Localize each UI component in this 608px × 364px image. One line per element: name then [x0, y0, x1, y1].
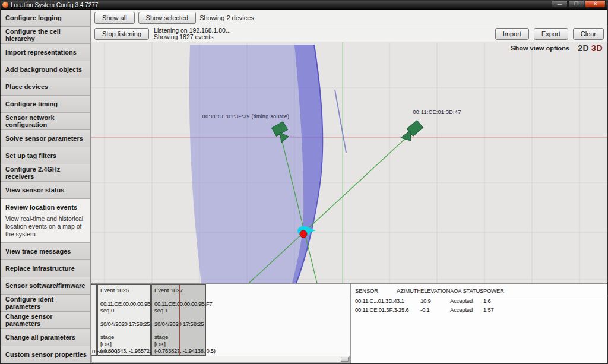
window-controls: — ❐ ✕	[552, 1, 607, 9]
cell-sensor: 00:11:C...01:3D:47	[355, 297, 397, 304]
stop-listening-button[interactable]: Stop listening	[94, 28, 149, 40]
event-tag-mac: 00:11:CE:00:00:00:9B:F7	[100, 300, 148, 308]
sidebar-item-label: Configure ident parameters	[5, 296, 87, 310]
sidebar-item-review-location-events[interactable]: Review location events View real-time an…	[1, 199, 90, 243]
event-scrollbar-thumb[interactable]	[341, 357, 349, 362]
timeline-cursor	[179, 285, 180, 355]
sidebar-item-label: Review location events	[1, 199, 90, 215]
sidebar-item-replace-infrastructure[interactable]: Replace infrastructure	[1, 260, 90, 277]
event-status: [OK]	[100, 341, 148, 348]
view-2d-toggle[interactable]: 2D	[578, 43, 589, 53]
show-selected-button[interactable]: Show selected	[138, 12, 197, 24]
column-header-azimuth[interactable]: AZIMUTH	[397, 287, 420, 294]
sidebar-item-change-sensor-parameters[interactable]: Change sensor parameters	[1, 312, 90, 329]
sidebar-item-label: Set up tag filters	[5, 152, 56, 159]
event-panel-partial[interactable]	[91, 284, 97, 356]
sidebar-item-change-all-parameters[interactable]: Change all parameters	[1, 329, 90, 346]
sidebar-item-add-background-objects[interactable]: Add background objects	[1, 61, 90, 78]
import-button[interactable]: Import	[495, 28, 529, 40]
event-stage: stage	[100, 334, 148, 341]
event-seq: seq 0	[100, 307, 148, 314]
sidebar-item-label: Solve sensor parameters	[5, 135, 83, 142]
cell-aoa-status: Accepted	[450, 306, 483, 313]
table-header-row[interactable]: SENSOR AZIMUTH ELEVATION AOA STATUS POWE…	[351, 286, 607, 296]
cell-sensor: 00:11:CE:01:3F:39	[355, 306, 397, 313]
sidebar-item-configure-24ghz-receivers[interactable]: Configure 2.4GHz receivers	[1, 164, 90, 182]
cell-aoa-status: Accepted	[450, 297, 483, 304]
view-3d-toggle[interactable]: 3D	[591, 43, 603, 53]
column-header-sensor[interactable]: SENSOR	[355, 287, 397, 294]
sidebar-item-custom-sensor-properties[interactable]: Custom sensor properties	[1, 346, 90, 363]
event-panel-1827[interactable]: Event 1827 00:11:CE:00:00:00:9B:F7 seq 1…	[151, 284, 206, 356]
sidebar-item-label: Replace infrastructure	[5, 265, 75, 272]
close-button[interactable]: ✕	[585, 1, 606, 8]
tag-position-marker[interactable]	[297, 226, 316, 238]
map-canvas: 00:11:CE:01:3F:39 (timing source) 00:11:…	[91, 42, 607, 283]
sidebar-item-label: Configure the cell hierarchy	[5, 28, 87, 42]
event-panel-1826[interactable]: Event 1826 00:11:CE:00:00:00:9B:F7 seq 0…	[97, 284, 151, 356]
sidebar-item-label: Sensor software/firmware	[5, 282, 86, 289]
showing-devices-text: Showing 2 devices	[200, 14, 254, 21]
sidebar-item-import-representations[interactable]: Import representations	[1, 44, 90, 61]
sidebar-item-configure-ident-parameters[interactable]: Configure ident parameters	[1, 295, 90, 312]
sidebar-item-view-sensor-status[interactable]: View sensor status	[1, 182, 90, 199]
cell-elevation: 10.9	[420, 297, 450, 304]
event-partial-text: 0.502038)	[92, 348, 118, 354]
sidebar-item-place-devices[interactable]: Place devices	[1, 78, 90, 96]
sidebar-item-label: Sensor network configuration	[5, 114, 87, 128]
cell-power: 1.57	[483, 306, 607, 313]
window-title: Location System Config 3.4.7277	[11, 2, 552, 8]
maximize-button[interactable]: ❐	[568, 1, 584, 8]
sidebar-item-solve-sensor-parameters[interactable]: Solve sensor parameters	[1, 130, 90, 147]
event-timestamp: 20/04/2020 17:58:25	[100, 321, 148, 328]
column-header-elevation[interactable]: ELEVATION	[420, 287, 450, 294]
sidebar-item-configure-timing[interactable]: Configure timing	[1, 96, 90, 113]
cell-elevation: -0.1	[420, 306, 450, 313]
table-row[interactable]: 00:11:C...01:3D:47 3.1 10.9 Accepted 1.6	[351, 296, 607, 305]
sidebar-item-label: Custom sensor properties	[5, 351, 87, 358]
location-map[interactable]: 00:11:CE:01:3F:39 (timing source) 00:11:…	[91, 42, 607, 283]
sidebar-item-set-up-tag-filters[interactable]: Set up tag filters	[1, 147, 90, 164]
event-scrollbar[interactable]	[91, 356, 350, 363]
column-header-power[interactable]: POWER	[483, 287, 607, 294]
sensor-2-icon[interactable]	[401, 121, 423, 141]
sidebar-item-configure-logging[interactable]: Configure logging	[1, 10, 90, 27]
table-row[interactable]: 00:11:CE:01:3F:39 -25.6 -0.1 Accepted 1.…	[351, 305, 607, 314]
showing-events-count: Showing 1827 events	[154, 34, 231, 41]
sidebar-item-view-trace-messages[interactable]: View trace messages	[1, 243, 90, 260]
title-bar: Location System Config 3.4.7277 — ❐ ✕	[1, 1, 607, 10]
sidebar-item-label: Import representations	[5, 49, 77, 56]
show-all-button[interactable]: Show all	[94, 12, 135, 24]
cell-azimuth: -25.6	[397, 306, 420, 313]
sensor-readings-table: SENSOR AZIMUTH ELEVATION AOA STATUS POWE…	[351, 284, 607, 363]
clear-button[interactable]: Clear	[573, 28, 604, 40]
bearing-segment	[335, 90, 346, 153]
event-timeline[interactable]: 0.502038) Event 1826 00:11:CE:00:00:00:9…	[91, 284, 351, 363]
sidebar-item-label: Configure 2.4GHz receivers	[5, 166, 87, 180]
sensor-1-label: 00:11:CE:01:3F:39 (timing source)	[202, 113, 290, 119]
sidebar-item-cell-hierarchy[interactable]: Configure the cell hierarchy	[1, 27, 90, 44]
cell-power: 1.6	[483, 297, 607, 304]
sidebar-item-description: View real-time and historical location e…	[1, 215, 90, 242]
cell-azimuth: 3.1	[397, 297, 420, 304]
sidebar-item-sensor-network-configuration[interactable]: Sensor network configuration	[1, 113, 90, 130]
device-toolbar: Show all Show selected Showing 2 devices	[91, 10, 607, 26]
sidebar-item-label: Place devices	[5, 83, 48, 90]
bottom-panel: 0.502038) Event 1826 00:11:CE:00:00:00:9…	[91, 283, 607, 363]
app-icon	[2, 2, 8, 8]
map-gridlines	[91, 42, 607, 283]
sidebar-item-label: Configure timing	[5, 100, 58, 107]
sidebar-item-sensor-software-firmware[interactable]: Sensor software/firmware	[1, 277, 90, 295]
minimize-button[interactable]: —	[552, 1, 568, 8]
sidebar-item-label: View sensor status	[5, 186, 64, 194]
export-button[interactable]: Export	[534, 28, 568, 40]
listening-status: Listening on 192.168.1.80... Showing 182…	[154, 27, 231, 41]
sidebar-item-label: Change sensor parameters	[5, 313, 87, 327]
listening-toolbar: Stop listening Listening on 192.168.1.80…	[91, 26, 607, 42]
show-view-options-button[interactable]: Show view options	[511, 45, 569, 52]
column-header-aoa-status[interactable]: AOA STATUS	[450, 287, 483, 294]
sidebar: Configure logging Configure the cell hie…	[1, 10, 91, 363]
sidebar-item-label: Add background objects	[5, 66, 82, 73]
event-title: Event 1826	[100, 287, 148, 294]
sensor-2-label: 00:11:CE:01:3D:47	[413, 109, 461, 115]
